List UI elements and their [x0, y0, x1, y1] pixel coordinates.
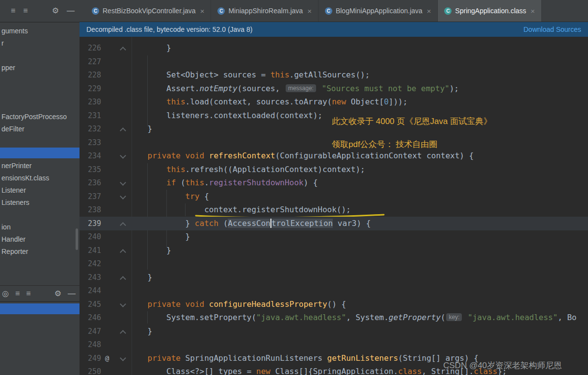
code-line-232[interactable]: 232 }	[80, 122, 588, 136]
tree-item[interactable]: deFilter	[0, 124, 80, 134]
settings-gear-icon[interactable]: ⚙	[54, 290, 61, 298]
download-sources-link[interactable]: Download Sources	[523, 25, 581, 33]
code-line-236[interactable]: 236 if (this.registerShutdownHook) {	[80, 176, 588, 190]
code-line-228[interactable]: 228 Set<Object> sources = this.getAllSou…	[80, 68, 588, 82]
tree-item[interactable]: ensionsKt.class	[0, 173, 80, 183]
line-number: 238	[84, 203, 101, 217]
tree-item[interactable]: FactoryPostProcesso	[0, 111, 80, 122]
code-text: this.refresh((ApplicationContext)context…	[129, 163, 365, 176]
decompiled-banner: Decompiled .class file, bytecode version…	[80, 22, 588, 37]
tree-item[interactable]: r	[0, 38, 80, 49]
code-line-229[interactable]: 229 Assert.notEmpty(sources, message: "S…	[80, 82, 588, 96]
code-line-242[interactable]: 242	[80, 257, 588, 271]
line-number: 234	[84, 149, 101, 163]
code-line-246[interactable]: 246 System.setProperty("java.awt.headles…	[80, 311, 588, 325]
fold-end-icon[interactable]	[120, 47, 126, 53]
line-number: 240	[84, 230, 101, 244]
sort-alphabetically-icon[interactable]: ≡	[15, 290, 20, 298]
code-line-227[interactable]: 227	[80, 55, 588, 69]
fold-end-icon[interactable]	[120, 249, 126, 255]
ide-window: ≡≡⚙— gumentsrpperFactoryPostProcessodeFi…	[0, 0, 588, 375]
tree-item[interactable]: Reporter	[0, 246, 80, 257]
tree-item[interactable]: Listeners	[0, 197, 80, 208]
code-line-226[interactable]: 226 }	[80, 41, 588, 55]
tree-item[interactable]: pper	[0, 62, 80, 73]
sort-by-visibility-icon[interactable]: ≡	[26, 290, 30, 298]
line-number: 242	[84, 257, 101, 271]
code-text: Assert.notEmpty(sources, message: "Sourc…	[129, 82, 459, 96]
code-text: Set<Object> sources = this.getAllSources…	[129, 68, 370, 82]
line-number: 247	[84, 325, 101, 338]
code-line-247[interactable]: 247 }	[80, 325, 588, 338]
structure-panel-toolbar: ≡≡⚙—	[0, 0, 80, 22]
tab-close-icon[interactable]: ×	[200, 7, 205, 15]
editor-tab[interactable]: CBlogMiniAppApplication.java×	[319, 0, 438, 22]
java-class-icon: C	[325, 7, 332, 15]
line-number: 232	[84, 122, 101, 136]
editor-tab[interactable]: CSpringApplication.class×	[438, 0, 542, 22]
fold-start-icon[interactable]	[120, 152, 126, 159]
sort-by-visibility-icon[interactable]: ≡	[23, 7, 27, 15]
tree-item[interactable]	[0, 148, 80, 158]
code-line-234[interactable]: 234 private void refreshContext(Configur…	[80, 149, 588, 163]
settings-gear-icon[interactable]: ⚙	[52, 7, 59, 15]
line-number: 248	[84, 338, 101, 351]
code-line-245[interactable]: 245 private void configureHeadlessProper…	[80, 298, 588, 311]
code-line-239[interactable]: 239 } catch (AccessControlException var3…	[80, 217, 588, 230]
line-number: 230	[84, 95, 101, 109]
tree-item[interactable]: Listener	[0, 185, 80, 196]
code-text: System.setProperty("java.awt.headless", …	[129, 311, 577, 325]
java-class-icon: C	[92, 7, 99, 15]
code-line-243[interactable]: 243 }	[80, 271, 588, 284]
secondary-tree-panel	[0, 302, 80, 375]
sort-alphabetically-icon[interactable]: ≡	[11, 7, 15, 15]
line-number: 239	[84, 217, 101, 230]
code-line-250[interactable]: 250 Class<?>[] types = new Class[]{Sprin…	[80, 365, 588, 375]
editor-tab[interactable]: CMiniappShiroRealm.java×	[211, 0, 319, 22]
java-class-icon: C	[444, 7, 452, 15]
fold-end-icon[interactable]	[120, 276, 126, 282]
line-number: 246	[84, 311, 101, 325]
secondary-panel-toolbar: ◎≡≡⚙—	[0, 285, 80, 301]
fold-end-icon[interactable]	[120, 222, 126, 228]
tree-item[interactable]	[0, 303, 80, 314]
editor-code-area[interactable]: 226 }227228 Set<Object> sources = this.g…	[80, 37, 588, 375]
code-line-235[interactable]: 235 this.refresh((ApplicationContext)con…	[80, 163, 588, 176]
editor-tab[interactable]: CRestBizBookVipController.java×	[85, 0, 211, 22]
fold-start-icon[interactable]	[120, 301, 126, 307]
tree-item[interactable]: ion	[0, 222, 80, 232]
fold-end-icon[interactable]	[120, 127, 126, 134]
tab-close-icon[interactable]: ×	[531, 7, 535, 15]
tree-item[interactable]: Handler	[0, 234, 80, 245]
decompiled-banner-text: Decompiled .class file, bytecode version…	[86, 25, 253, 33]
code-line-231[interactable]: 231 listeners.contextLoaded(context);	[80, 109, 588, 123]
code-line-244[interactable]: 244	[80, 284, 588, 298]
code-line-241[interactable]: 241 }	[80, 244, 588, 257]
line-number: 229	[84, 82, 101, 96]
code-line-248[interactable]: 248	[80, 338, 588, 351]
annotation-gutter-icon[interactable]: @	[105, 351, 109, 365]
fold-start-icon[interactable]	[120, 193, 126, 200]
code-line-240[interactable]: 240 }	[80, 230, 588, 244]
fold-start-icon[interactable]	[120, 355, 126, 361]
scroll-from-source-icon[interactable]: ◎	[2, 290, 9, 298]
code-line-230[interactable]: 230 this.load(context, sources.toArray(n…	[80, 95, 588, 109]
tab-close-icon[interactable]: ×	[307, 7, 312, 15]
code-text: }	[129, 41, 171, 55]
code-line-233[interactable]: 233	[80, 136, 588, 150]
code-text: }	[129, 230, 190, 244]
line-number: 249	[84, 351, 101, 365]
code-line-237[interactable]: 237 try {	[80, 190, 588, 203]
tree-item[interactable]: guments	[0, 25, 80, 36]
structure-tree-panel: gumentsrpperFactoryPostProcessodeFiltern…	[0, 23, 80, 285]
line-number: 227	[84, 55, 101, 69]
fold-start-icon[interactable]	[120, 179, 126, 186]
code-text: context.registerShutdownHook();	[129, 203, 351, 217]
fold-end-icon[interactable]	[120, 330, 126, 336]
tree-item[interactable]: nerPrinter	[0, 160, 80, 171]
code-line-249[interactable]: 249@ private SpringApplicationRunListene…	[80, 351, 588, 365]
code-line-238[interactable]: 238 context.registerShutdownHook();	[80, 203, 588, 217]
tab-close-icon[interactable]: ×	[427, 7, 431, 15]
hide-panel-icon[interactable]: —	[68, 290, 76, 298]
hide-panel-icon[interactable]: —	[67, 7, 75, 15]
